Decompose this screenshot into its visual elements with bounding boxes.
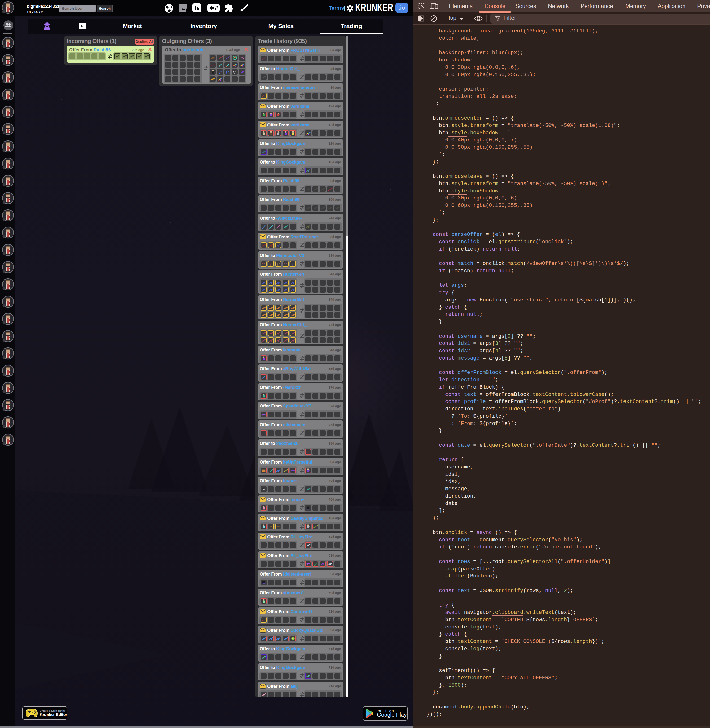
svg-text:KRUNKER: KRUNKER: [355, 1, 393, 14]
